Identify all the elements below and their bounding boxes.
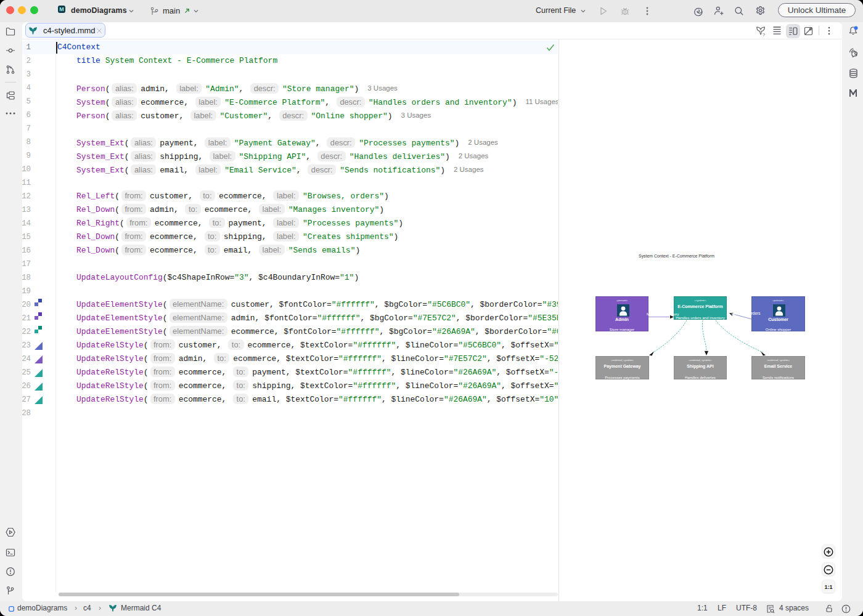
svg-text:?: ? [763,32,765,37]
